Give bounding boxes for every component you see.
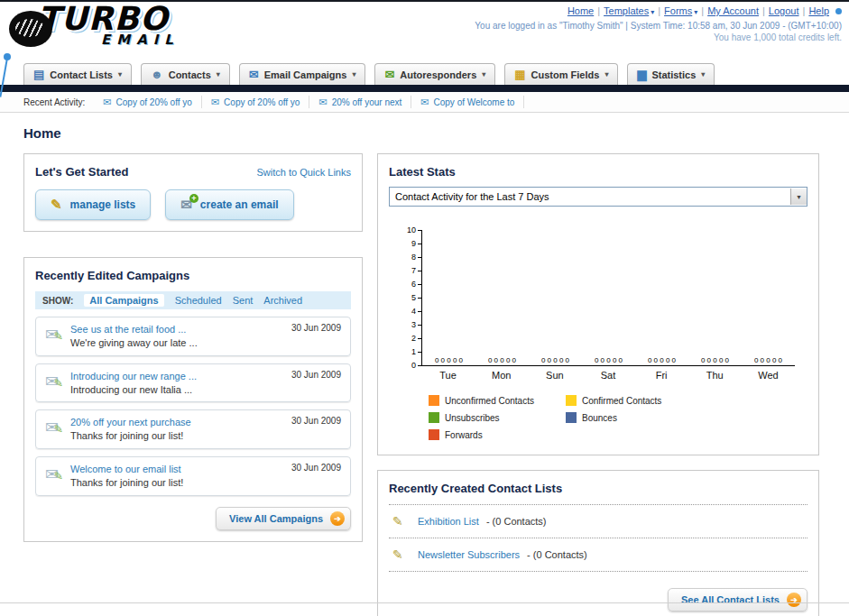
y-tick-label: 8 <box>411 253 421 262</box>
envelope-icon: ✉ <box>420 97 429 108</box>
tab-autoresponders[interactable]: ✉Autoresponders▾ <box>374 63 495 85</box>
y-tick-mark <box>418 338 421 339</box>
logo-title: TURBO <box>38 4 180 34</box>
activity-item-label: Copy of 20% off yo <box>116 97 192 107</box>
y-tick-mark <box>418 365 421 366</box>
envelope-icon: ✉ <box>103 97 111 108</box>
statistics-icon: ▆ <box>637 69 646 80</box>
chevron-down-icon: ▼ <box>790 188 807 205</box>
y-tick-label: 1 <box>411 347 421 356</box>
header-link-help[interactable]: Help <box>808 5 829 16</box>
value-labels: 0 0 0 0 0 <box>422 356 475 364</box>
tab-label: Autoresponders <box>400 69 476 80</box>
campaign-title-link[interactable]: See us at the retail food ... <box>70 323 198 336</box>
tab-label: Custom Fields <box>531 69 600 80</box>
header-link-forms[interactable]: Forms▾ <box>664 5 697 16</box>
campaign-title-link[interactable]: Welcome to our email list <box>70 463 183 476</box>
recent-activity-item[interactable]: ✉20% off your next <box>309 96 411 108</box>
tab-email-campaigns[interactable]: ✉Email Campaigns▾ <box>239 63 366 85</box>
tab-custom-fields[interactable]: ▦Custom Fields▾ <box>504 63 618 85</box>
chevron-down-icon: ▾ <box>694 8 697 16</box>
value-labels: 0 0 0 0 0 <box>635 356 688 364</box>
filter-all-campaigns[interactable]: All Campaigns <box>84 294 163 307</box>
contact-list-row[interactable]: ✎Newsletter Subscribers - (0 Contacts) <box>389 538 807 572</box>
recent-activity-item[interactable]: ✉Copy of Welcome to <box>411 96 524 108</box>
contact-list-count: - (0 Contacts) <box>486 516 547 527</box>
x-tick-label: Tue <box>421 370 475 381</box>
get-started-title: Let's Get Started <box>35 165 129 179</box>
header-link-logout[interactable]: Logout <box>769 5 799 16</box>
legend-label: Unsubscribes <box>445 413 500 423</box>
x-tick-label: Mon <box>475 370 528 381</box>
campaign-row[interactable]: ✉✎20% off your next purchaseThanks for j… <box>35 409 351 449</box>
campaign-row[interactable]: ✉✎Introducing our new range ...Introduci… <box>35 363 351 403</box>
campaign-row[interactable]: ✉✎See us at the retail food ...We're giv… <box>35 317 351 356</box>
envelope-icon: ✉ <box>318 97 327 108</box>
y-tick-mark <box>418 298 421 299</box>
latest-stats-panel: Latest Stats Contact Activity for the La… <box>377 153 819 455</box>
tab-statistics[interactable]: ▆Statistics▾ <box>627 63 715 85</box>
envelope-pencil-icon: ✉✎ <box>45 418 70 437</box>
contact-list-name-link[interactable]: Exhibition List <box>418 516 479 527</box>
pencil-icon: ✎ <box>392 547 411 562</box>
stats-title: Latest Stats <box>389 165 807 179</box>
show-label: SHOW: <box>42 296 73 306</box>
activity-item-label: Copy of 20% off yo <box>224 97 300 107</box>
x-tick-label: Sun <box>528 370 581 381</box>
recent-activity-item[interactable]: ✉Copy of 20% off yo <box>94 96 202 108</box>
contact-list-row[interactable]: ✎Exhibition List - (0 Contacts) <box>389 504 807 538</box>
campaigns-filter-bar: SHOW: All CampaignsScheduledSentArchived <box>35 291 351 309</box>
tab-contact-lists[interactable]: ▤Contact Lists▾ <box>23 63 132 85</box>
legend-swatch <box>429 412 439 423</box>
recent-activity-bar: Recent Activity: ✉Copy of 20% off yo✉Cop… <box>0 92 849 113</box>
value-labels: 0 0 0 0 0 <box>582 356 635 364</box>
filter-scheduled[interactable]: Scheduled <box>175 295 222 306</box>
autoresponders-icon: ✉ <box>384 69 394 80</box>
create-email-label: create an email <box>200 198 279 211</box>
value-labels: 0 0 0 0 0 <box>742 356 795 364</box>
x-tick-label: Sat <box>581 370 634 381</box>
y-tick-mark <box>418 244 421 244</box>
recent-contact-lists-panel: Recently Created Contact Lists ✎Exhibiti… <box>377 470 819 616</box>
envelope-icon: ✉ <box>211 97 219 108</box>
chevron-down-icon: ▾ <box>604 70 608 78</box>
recent-activity-item[interactable]: ✉Copy of 20% off yo <box>202 96 310 108</box>
x-tick-label: Thu <box>688 370 742 381</box>
y-tick-label: 5 <box>411 293 421 302</box>
y-tick-mark <box>418 230 421 231</box>
y-tick-label: 4 <box>411 307 421 316</box>
see-all-contact-lists-button[interactable]: See All Contact Lists ➔ <box>668 588 807 611</box>
legend-swatch <box>429 395 439 406</box>
header-link-templates[interactable]: Templates▾ <box>604 5 654 16</box>
y-tick-mark <box>418 284 421 285</box>
legend-label: Confirmed Contacts <box>582 396 661 406</box>
filter-archived[interactable]: Archived <box>263 295 302 306</box>
chart-column: 0 0 0 0 0 <box>422 356 475 365</box>
header-link-home[interactable]: Home <box>568 5 594 16</box>
campaign-title-link[interactable]: Introducing our new range ... <box>70 370 197 383</box>
campaign-date: 30 Jun 2009 <box>284 463 341 473</box>
legend-item: Confirmed Contacts <box>566 395 703 406</box>
y-tick-mark <box>418 311 421 312</box>
y-tick-label: 0 <box>411 361 421 370</box>
campaign-subtitle: We're giving away our late ... <box>70 336 198 350</box>
recent-activity-label: Recent Activity: <box>23 97 85 107</box>
nav-divider-bar <box>0 85 849 92</box>
campaign-row[interactable]: ✉✎Welcome to our email listThanks for jo… <box>35 456 351 496</box>
envelope-pencil-icon: ✉✎ <box>45 325 70 345</box>
manage-lists-button[interactable]: ✎ manage lists <box>35 189 151 220</box>
create-email-button[interactable]: ✉ + create an email <box>165 189 293 220</box>
chevron-down-icon: ▾ <box>701 70 705 78</box>
page-title: Home <box>23 125 826 141</box>
filter-sent[interactable]: Sent <box>233 295 254 306</box>
plus-badge-icon: + <box>189 194 198 203</box>
contact-list-name-link[interactable]: Newsletter Subscribers <box>418 549 520 560</box>
stats-period-select[interactable]: Contact Activity for the Last 7 Days ▼ <box>389 187 807 207</box>
switch-quick-links-link[interactable]: Switch to Quick Links <box>256 167 351 178</box>
view-all-campaigns-button[interactable]: View All Campaigns ➔ <box>216 507 351 530</box>
tab-contacts[interactable]: ☻Contacts▾ <box>141 63 230 85</box>
y-tick-label: 2 <box>411 334 421 343</box>
header-link-my-account[interactable]: My Account <box>707 5 759 16</box>
campaign-title-link[interactable]: 20% off your next purchase <box>70 416 191 429</box>
legend-item: Forwards <box>429 429 566 440</box>
